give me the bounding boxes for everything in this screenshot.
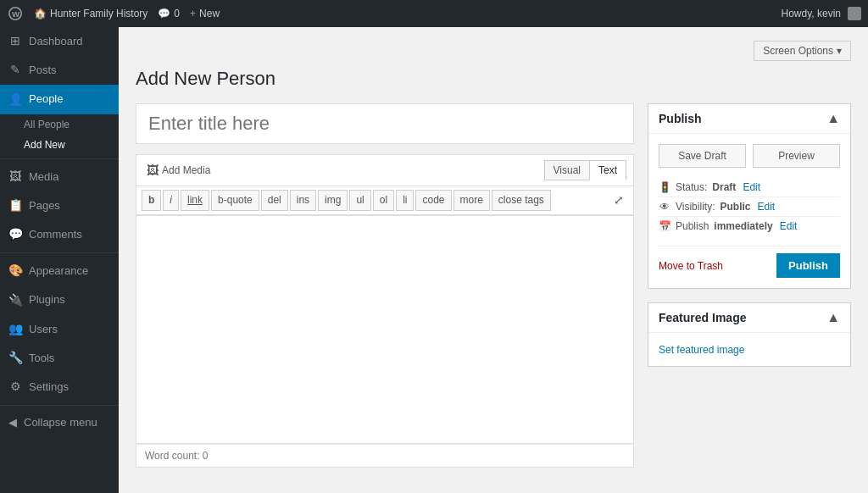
svg-text:W: W <box>12 9 20 19</box>
publish-panel: Publish ▲ Save Draft Preview <box>648 103 851 289</box>
media-icon: 🖼 <box>8 170 22 184</box>
comments-link[interactable]: 💬 0 <box>158 8 180 19</box>
add-media-button[interactable]: 🖼 Add Media <box>143 162 214 179</box>
tab-visual[interactable]: Visual <box>544 160 589 180</box>
editor-toolbar: 🖼 Add Media Visual Text <box>136 154 634 215</box>
sidebar-item-appearance[interactable]: 🎨 Appearance <box>0 257 119 285</box>
sidebar-label-posts: Posts <box>29 63 57 78</box>
sidebar-item-dashboard[interactable]: ⊞ Dashboard <box>0 27 119 56</box>
toolbar-row-2: b i link b-quote del ins img ul ol li co… <box>136 186 633 215</box>
admin-sidebar: ⊞ Dashboard ✎ Posts 👤 People All People … <box>0 27 119 493</box>
sidebar-label-users: Users <box>29 322 58 337</box>
sidebar-label-settings: Settings <box>29 379 69 395</box>
status-icon: 🚦 <box>659 181 670 193</box>
sidebar-item-settings[interactable]: ⚙ Settings <box>0 373 119 402</box>
site-name[interactable]: 🏠 Hunter Family History <box>34 8 147 19</box>
sidebar-item-tools[interactable]: 🔧 Tools <box>0 344 119 373</box>
users-icon: 👥 <box>8 323 22 336</box>
wp-logo[interactable]: W <box>7 5 24 22</box>
sidebar-submenu-add-new[interactable]: Add New <box>0 135 119 155</box>
featured-image-toggle[interactable]: ▲ <box>826 310 840 325</box>
tab-text[interactable]: Text <box>589 160 626 180</box>
toolbar-img[interactable]: img <box>318 190 348 211</box>
toolbar-italic[interactable]: i <box>163 190 179 211</box>
publish-panel-header: Publish ▲ <box>648 104 850 134</box>
posts-icon: ✎ <box>8 64 22 77</box>
sidebar-item-posts[interactable]: ✎ Posts <box>0 56 119 85</box>
sidebar-label-pages: Pages <box>29 198 60 213</box>
toolbar-link[interactable]: link <box>181 190 209 211</box>
media-upload-icon: 🖼 <box>147 163 159 177</box>
toolbar-code[interactable]: code <box>415 190 451 211</box>
featured-image-panel: Featured Image ▲ Set featured image <box>648 302 851 367</box>
menu-divider-2 <box>0 252 119 253</box>
publish-panel-title: Publish <box>659 112 702 125</box>
publish-panel-toggle[interactable]: ▲ <box>826 111 840 126</box>
featured-image-panel-header: Featured Image ▲ <box>648 303 850 333</box>
editor-sidebar: Publish ▲ Save Draft Preview <box>648 103 851 380</box>
page-title: Add New Person <box>136 68 851 90</box>
featured-image-panel-body: Set featured image <box>648 333 850 366</box>
publish-date-edit-link[interactable]: Edit <box>780 220 798 232</box>
status-edit-link[interactable]: Edit <box>743 181 760 193</box>
visibility-row: 👁 Visibility: Public Edit <box>659 197 840 217</box>
view-tabs: Visual Text <box>544 160 626 180</box>
toolbar-ol[interactable]: ol <box>373 190 394 211</box>
appearance-icon: 🎨 <box>8 264 22 278</box>
sidebar-label-dashboard: Dashboard <box>29 34 83 49</box>
toolbar-ul[interactable]: ul <box>349 190 370 211</box>
admin-bar-right: Howdy, kevin <box>782 7 861 20</box>
publish-meta-list: 🚦 Status: Draft Edit 👁 Visibility: Publi… <box>659 178 840 235</box>
toolbar-close-tags[interactable]: close tags <box>492 190 551 211</box>
publish-panel-body: Save Draft Preview 🚦 Status: <box>648 134 850 288</box>
screen-options-chevron: ▾ <box>837 45 842 57</box>
menu-divider <box>0 158 119 159</box>
publish-button[interactable]: Publish <box>776 253 840 278</box>
sidebar-item-media[interactable]: 🖼 Media <box>0 163 119 191</box>
sidebar-item-plugins[interactable]: 🔌 Plugins <box>0 285 119 314</box>
post-title-input[interactable] <box>136 103 634 144</box>
featured-image-title: Featured Image <box>659 311 746 324</box>
sidebar-item-people[interactable]: 👤 People <box>0 85 119 114</box>
sidebar-item-comments[interactable]: 💬 Comments <box>0 220 119 249</box>
toolbar-expand-icon[interactable]: ⤢ <box>609 191 628 209</box>
preview-button[interactable]: Preview <box>753 144 840 168</box>
toolbar-bquote[interactable]: b-quote <box>211 190 259 211</box>
toolbar-more[interactable]: more <box>453 190 490 211</box>
status-row: 🚦 Status: Draft Edit <box>659 178 840 197</box>
set-featured-image-link[interactable]: Set featured image <box>659 344 744 356</box>
toolbar-row-1: 🖼 Add Media Visual Text <box>136 155 633 186</box>
publish-footer: Move to Trash Publish <box>659 246 840 278</box>
editor-content[interactable] <box>136 215 634 444</box>
toolbar-del[interactable]: del <box>261 190 288 211</box>
toolbar-ins[interactable]: ins <box>290 190 316 211</box>
toolbar-bold[interactable]: b <box>142 190 161 211</box>
visibility-edit-link[interactable]: Edit <box>757 201 775 213</box>
plugins-icon: 🔌 <box>8 293 22 307</box>
home-icon: 🏠 <box>34 8 47 19</box>
sidebar-label-plugins: Plugins <box>29 292 65 307</box>
sidebar-label-people: People <box>29 91 63 107</box>
collapse-menu-button[interactable]: ◀ Collapse menu <box>0 409 119 435</box>
publish-date-row: 📅 Publish immediately Edit <box>659 217 840 235</box>
sidebar-label-appearance: Appearance <box>29 263 88 279</box>
move-to-trash-link[interactable]: Move to Trash <box>659 260 723 272</box>
editor-footer: Word count: 0 <box>136 444 634 468</box>
menu-divider-3 <box>0 405 119 406</box>
sidebar-submenu-all-people[interactable]: All People <box>0 114 119 135</box>
settings-icon: ⚙ <box>8 380 22 394</box>
avatar[interactable] <box>848 7 861 20</box>
new-content-link[interactable]: + New <box>190 8 220 19</box>
sidebar-label-comments: Comments <box>29 227 82 242</box>
bubble-icon: 💬 <box>158 8 170 19</box>
save-draft-button[interactable]: Save Draft <box>659 144 746 168</box>
howdy-text: Howdy, kevin <box>782 8 841 19</box>
dashboard-icon: ⊞ <box>8 35 22 48</box>
tools-icon: 🔧 <box>8 352 22 365</box>
people-icon: 👤 <box>8 92 22 106</box>
screen-options-button[interactable]: Screen Options ▾ <box>754 41 851 61</box>
sidebar-item-pages[interactable]: 📋 Pages <box>0 191 119 220</box>
sidebar-item-users[interactable]: 👥 Users <box>0 315 119 344</box>
editor-main: 🖼 Add Media Visual Text <box>136 103 634 468</box>
toolbar-li[interactable]: li <box>396 190 414 211</box>
